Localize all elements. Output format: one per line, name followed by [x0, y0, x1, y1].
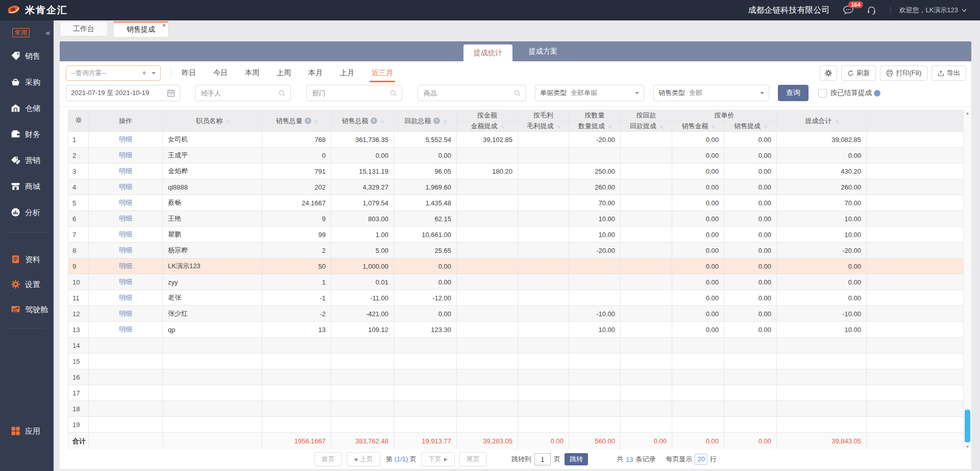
sidebar-item-finance[interactable]: 财务	[0, 122, 54, 148]
detail-link[interactable]: 明细	[119, 183, 132, 191]
quick-range-昨日[interactable]: 昨日	[182, 68, 196, 78]
sale-type-select[interactable]: 销售类型 全部	[653, 85, 769, 101]
last-page-button[interactable]: 尾页	[459, 452, 487, 466]
sidebar-item-marketing[interactable]: 营销	[0, 148, 54, 174]
scrollbar-thumb[interactable]	[965, 410, 970, 442]
next-page-button[interactable]: 下页▶	[421, 452, 455, 466]
sidebar-item-apps[interactable]: 应用	[0, 418, 54, 444]
detail-link[interactable]: 明细	[119, 262, 132, 270]
quick-range-本月[interactable]: 本月	[308, 68, 323, 78]
sidebar-item-purchase[interactable]: 采购	[0, 69, 54, 96]
col-header-qty-comm[interactable]: 数量提成	[569, 121, 621, 132]
table-settings-button[interactable]	[820, 65, 837, 81]
sidebar-item-label: 设置	[25, 280, 40, 290]
prev-page-button[interactable]: ◀上页	[347, 452, 380, 466]
detail-link[interactable]: 明细	[119, 325, 132, 333]
support-headset-button[interactable]	[866, 5, 877, 15]
quick-range-上月[interactable]: 上月	[340, 68, 354, 78]
query-button[interactable]: 查询	[778, 85, 808, 101]
detail-link[interactable]: 明细	[119, 294, 132, 301]
help-icon[interactable]: ?	[433, 117, 440, 124]
close-icon[interactable]: ×	[162, 22, 166, 29]
handler-search-input[interactable]	[200, 89, 268, 98]
sort-icon[interactable]	[440, 117, 446, 125]
col-group-by-unit: 按单价	[672, 110, 777, 121]
user-menu[interactable]: 欢迎您，LK演示123	[899, 6, 967, 15]
sort-icon[interactable]	[377, 117, 383, 125]
quick-range-本周[interactable]: 本周	[245, 68, 259, 78]
sort-icon[interactable]	[498, 122, 504, 130]
per-page-input[interactable]: 20	[695, 454, 707, 465]
subtab-commission-stats[interactable]: 提成统计	[463, 44, 512, 61]
col-header-amount[interactable]: 销售总额?	[331, 110, 394, 132]
col-header-total[interactable]: 提成合计	[777, 110, 867, 132]
quick-range-近三月[interactable]: 近三月	[372, 68, 393, 78]
detail-link[interactable]: 明细	[119, 215, 132, 222]
sort-icon[interactable]	[605, 122, 611, 130]
help-icon[interactable]: ?	[305, 117, 311, 124]
table-toolbar: 刷新 打印(F8) 导出	[820, 65, 966, 81]
col-header-qty[interactable]: 销售总量?	[262, 110, 331, 132]
pinned-badge[interactable]: 常用	[12, 28, 30, 37]
date-range-picker[interactable]: 2021-07-19 至 2021-10-19	[66, 85, 180, 101]
sidebar-divider	[7, 328, 47, 329]
doc-type-select[interactable]: 单据类型 全部单据	[535, 85, 644, 101]
quick-range-上周[interactable]: 上周	[277, 68, 291, 78]
sort-icon[interactable]	[761, 122, 767, 130]
quick-range-今日[interactable]: 今日	[213, 68, 228, 78]
messages-button[interactable]: 164	[843, 5, 854, 15]
sort-icon[interactable]	[223, 117, 229, 125]
sidebar-item-label: 商城	[25, 182, 40, 192]
sidebar-item-mall[interactable]: 商城	[0, 174, 54, 200]
detail-link[interactable]: 明细	[119, 246, 132, 254]
help-icon[interactable]: ?	[371, 117, 377, 124]
col-header-profit-comm[interactable]: 毛利提成	[518, 121, 569, 132]
vertical-scrollbar[interactable]: ▲ ▼	[963, 110, 971, 451]
subtab-commission-plan[interactable]: 提成方案	[519, 41, 568, 61]
detail-link[interactable]: 明细	[119, 278, 132, 286]
settled-commission-checkbox[interactable]	[818, 89, 827, 98]
sidebar-item-data[interactable]: 资料	[0, 247, 54, 272]
col-header-unit-comm[interactable]: 销售提成	[724, 121, 777, 132]
sidebar-item-label: 采购	[25, 78, 40, 87]
product-search-input[interactable]	[423, 89, 504, 98]
detail-link[interactable]: 明细	[119, 199, 132, 206]
detail-link[interactable]: 明细	[119, 310, 132, 317]
table-row: 12明细张少红-2-421.000.00-10.000.000.00-10.00	[68, 306, 964, 322]
table-row: 3明细金焰桦79115,131.1996.05180.20250.000.000…	[68, 163, 964, 179]
export-button[interactable]: 导出	[932, 65, 966, 81]
query-plan-select[interactable]: --查询方案-- +	[66, 65, 161, 81]
sidebar-item-cockpit[interactable]: 驾驶舱	[0, 297, 54, 322]
sidebar-item-settings[interactable]: 设置	[0, 272, 54, 297]
jump-page-input[interactable]	[534, 453, 551, 465]
sidebar-collapse-button[interactable]: «	[46, 28, 49, 37]
col-header-amount-comm[interactable]: 金额提成	[457, 121, 518, 132]
help-icon[interactable]: ?	[874, 90, 880, 97]
sidebar-item-sales[interactable]: 销售	[0, 43, 54, 69]
department-search-input[interactable]	[311, 89, 380, 98]
refresh-button[interactable]: 刷新	[841, 65, 876, 81]
sort-icon[interactable]	[554, 122, 560, 130]
print-button[interactable]: 打印(F8)	[880, 65, 927, 81]
sort-icon[interactable]	[708, 122, 715, 130]
first-page-button[interactable]: 首页	[314, 452, 342, 466]
sidebar-item-warehouse[interactable]: 仓储	[0, 96, 54, 122]
scroll-up-arrow[interactable]: ▲	[964, 110, 971, 117]
sort-icon[interactable]	[656, 122, 663, 130]
detail-link[interactable]: 明细	[119, 135, 132, 143]
sidebar-item-analysis[interactable]: 分析	[0, 200, 54, 226]
detail-link[interactable]: 明细	[119, 230, 132, 238]
col-header-unit-amount[interactable]: 销售金额	[672, 121, 724, 132]
jump-button[interactable]: 跳转	[565, 453, 588, 465]
sort-icon[interactable]	[311, 117, 317, 125]
col-header-payment-comm[interactable]: 回款提成	[621, 121, 672, 132]
col-header-payment[interactable]: 回款总额?	[394, 110, 457, 132]
col-header-name[interactable]: 职员名称	[163, 110, 262, 132]
sort-icon[interactable]	[832, 117, 838, 125]
column-config-gear-icon[interactable]	[75, 117, 82, 125]
tab-workbench[interactable]: 工作台	[60, 21, 108, 36]
add-plan-icon[interactable]: +	[142, 68, 146, 78]
tab-sales-commission[interactable]: 销售提成×	[113, 21, 168, 37]
detail-link[interactable]: 明细	[119, 151, 132, 159]
detail-link[interactable]: 明细	[119, 167, 132, 175]
